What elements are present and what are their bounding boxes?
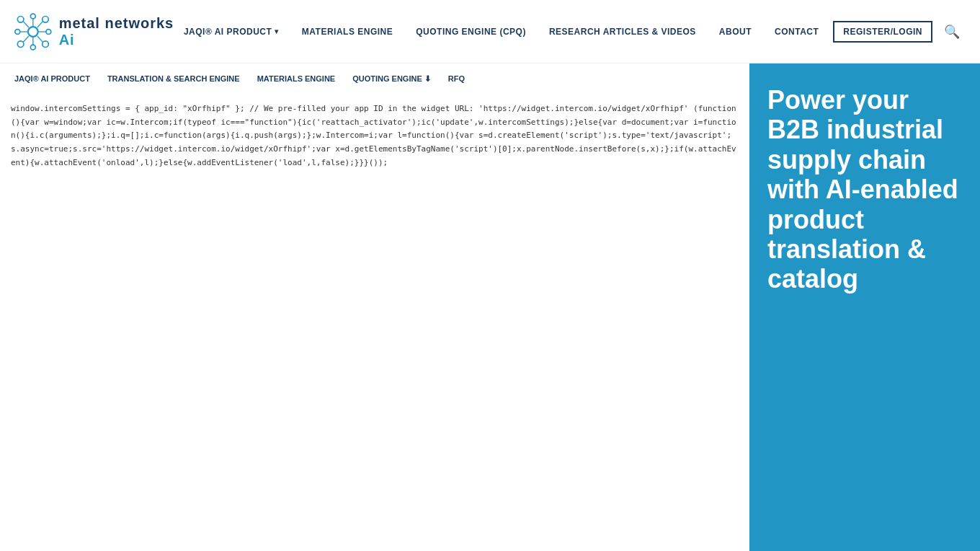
svg-point-0 [28,27,38,37]
metal-networks-logo-icon [14,10,52,53]
svg-line-12 [37,36,43,43]
nav-item-materials[interactable]: MATERIALS ENGINE [293,21,401,43]
svg-line-11 [23,36,29,43]
nav-item-contact[interactable]: CONTACT [766,21,827,43]
logo-area[interactable]: metal networks Ai [14,10,175,53]
svg-point-7 [30,45,35,50]
svg-line-10 [37,21,43,27]
header: metal networks Ai JAQI® AI PRODUCT ▾ MAT… [0,0,980,63]
nav-item-about[interactable]: ABOUT [710,21,760,43]
sub-nav-quoting[interactable]: QUOTING ENGINE ⬇ [345,70,438,88]
nav-item-quoting[interactable]: QUOTING ENGINE (CPQ) [407,21,535,43]
svg-point-6 [46,29,51,34]
hero-heading: Power your B2B industrial supply chain w… [767,85,962,294]
svg-point-5 [30,14,35,19]
nav-item-register[interactable]: REGISTER/LOGIN [833,21,932,43]
nav-item-jaqi[interactable]: JAQI® AI PRODUCT ▾ [175,21,288,43]
search-icon[interactable]: 🔍 [938,18,966,45]
svg-line-9 [23,21,29,27]
svg-point-8 [15,29,20,34]
main-content: window.intercomSettings = { app_id: "xOr… [0,95,749,177]
sub-nav-translation[interactable]: TRANSLATION & SEARCH ENGINE [100,70,247,88]
sub-nav: JAQI® AI PRODUCT TRANSLATION & SEARCH EN… [0,63,749,95]
logo-text: metal networks Ai [59,15,175,48]
sub-nav-rfq[interactable]: RFQ [441,70,472,88]
code-block-text: window.intercomSettings = { app_id: "xOr… [11,102,739,169]
hero-panel: Power your B2B industrial supply chain w… [749,63,980,551]
sub-nav-materials[interactable]: MATERIALS ENGINE [250,70,343,88]
chevron-down-icon: ▾ [275,27,279,35]
sub-nav-jaqi[interactable]: JAQI® AI PRODUCT [7,70,97,88]
nav-item-research[interactable]: RESEARCH ARTICLES & VIDEOS [540,21,705,43]
main-nav: JAQI® AI PRODUCT ▾ MATERIALS ENGINE QUOT… [175,18,966,45]
